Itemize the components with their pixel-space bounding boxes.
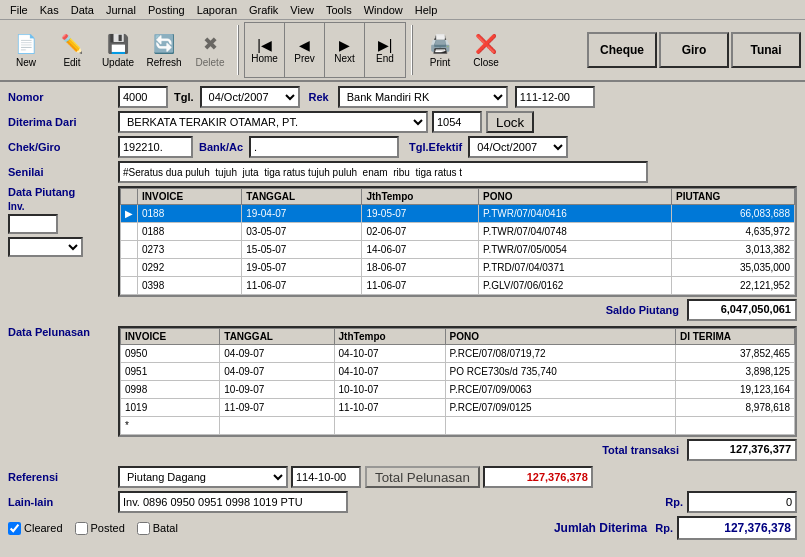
update-button[interactable]: 💾 Update (96, 23, 140, 77)
diterima-cell: 19,123,164 (675, 381, 794, 399)
lain-label: Lain-lain (8, 496, 118, 508)
inv-label: Inv. (8, 201, 118, 212)
table-row[interactable]: 0188 03-05-07 02-06-07 P.TWR/07/04/0748 … (121, 223, 795, 241)
piutang-table-container: INVOICE TANGGAL JthTempo PONO PIUTANG ▶ … (118, 186, 797, 323)
piutang-cell: 4,635,972 (672, 223, 795, 241)
piutang-col-arrow (121, 189, 138, 205)
bank-ac-label: Bank/Ac (199, 141, 243, 153)
rek-label: Rek (309, 91, 329, 103)
referensi-select[interactable]: Piutang Dagang (118, 466, 288, 488)
print-icon: 🖨️ (429, 33, 451, 55)
menu-file[interactable]: File (4, 2, 34, 18)
tgl-select[interactable]: 04/Oct/2007 (200, 86, 300, 108)
tunai-button[interactable]: Tunai (731, 32, 801, 68)
total-transaksi-row: Total transaksi 127,376,377 (118, 437, 797, 463)
arrow-cell (121, 223, 138, 241)
invoice-cell: 0188 (138, 223, 242, 241)
new-button[interactable]: 📄 New (4, 23, 48, 77)
table-row[interactable]: 0998 10-09-07 10-10-07 P.RCE/07/09/0063 … (121, 381, 795, 399)
table-row-empty: * (121, 417, 795, 435)
pelunasan-table-wrapper: INVOICE TANGGAL JthTempo PONO DI TERIMA … (118, 326, 797, 437)
close-button[interactable]: ❌ Close (464, 23, 508, 77)
cheque-button[interactable]: Cheque (587, 32, 657, 68)
menu-help[interactable]: Help (409, 2, 444, 18)
table-row[interactable]: 0292 19-05-07 18-06-07 P.TRD/07/04/0371 … (121, 259, 795, 277)
pelunasan-table-container: INVOICE TANGGAL JthTempo PONO DI TERIMA … (118, 326, 797, 463)
jumlah-value[interactable] (677, 516, 797, 540)
inv-input[interactable] (8, 214, 58, 234)
menu-tools[interactable]: Tools (320, 2, 358, 18)
saldo-row: Saldo Piutang 6,047,050,061 (118, 297, 797, 323)
total-transaksi-label: Total transaksi (594, 442, 687, 458)
pel-col-diterima: DI TERIMA (675, 329, 794, 345)
inv-filter-select[interactable] (8, 237, 83, 257)
menu-posting[interactable]: Posting (142, 2, 191, 18)
nav-group: |◀ Home ◀ Prev ▶ Next ▶| End (244, 22, 406, 78)
account-code[interactable] (515, 86, 595, 108)
jumlah-rp-label: Rp. (655, 522, 673, 534)
menu-kas[interactable]: Kas (34, 2, 65, 18)
table-row[interactable]: 0398 11-06-07 11-06-07 P.GLV/07/06/0162 … (121, 277, 795, 295)
diterima-select[interactable]: BERKATA TERAKIR OTAMAR, PT. (118, 111, 428, 133)
diterima-cell: 37,852,465 (675, 345, 794, 363)
refresh-button[interactable]: 🔄 Refresh (142, 23, 186, 77)
tgl-efektif-select[interactable]: 04/Oct/2007 (468, 136, 568, 158)
chek-giro-input[interactable] (118, 136, 193, 158)
nomor-row: Nomor Tgl. 04/Oct/2007 Rek Bank Mandiri … (8, 86, 797, 108)
menu-jurnal[interactable]: Jurnal (100, 2, 142, 18)
nomor-input[interactable] (118, 86, 168, 108)
table-row[interactable]: 0273 15-05-07 14-06-07 P.TWR/07/05/0054 … (121, 241, 795, 259)
total-transaksi-value: 127,376,377 (687, 439, 797, 461)
invoice-cell: 0292 (138, 259, 242, 277)
posted-checkbox[interactable] (75, 522, 88, 535)
nomor-label: Nomor (8, 91, 118, 103)
lain-amount[interactable] (687, 491, 797, 513)
batal-checkbox[interactable] (137, 522, 150, 535)
table-row[interactable]: ▶ 0188 19-04-07 19-05-07 P.TWR/07/04/041… (121, 205, 795, 223)
pel-col-invoice: INVOICE (121, 329, 220, 345)
arrow-cell (121, 277, 138, 295)
giro-button[interactable]: Giro (659, 32, 729, 68)
tanggal-cell: 04-09-07 (220, 345, 334, 363)
menu-laporan[interactable]: Laporan (191, 2, 243, 18)
diterima-cell: 8,978,618 (675, 399, 794, 417)
next-button[interactable]: ▶ Next (325, 23, 365, 77)
pelunasan-table: INVOICE TANGGAL JthTempo PONO DI TERIMA … (120, 328, 795, 435)
print-button[interactable]: 🖨️ Print (418, 23, 462, 77)
lain-input[interactable] (118, 491, 348, 513)
total-pelunasan-button[interactable]: Total Pelunasan (365, 466, 480, 488)
table-row[interactable]: 1019 11-09-07 11-10-07 P.RCE/07/09/0125 … (121, 399, 795, 417)
senilai-input[interactable] (118, 161, 648, 183)
prev-button[interactable]: ◀ Prev (285, 23, 325, 77)
edit-button[interactable]: ✏️ Edit (50, 23, 94, 77)
prev-icon: ◀ (299, 37, 310, 53)
tgl-label: Tgl. (174, 91, 194, 103)
data-piutang-label: Data Piutang (8, 186, 118, 198)
home-button[interactable]: |◀ Home (245, 23, 285, 77)
cleared-checkbox[interactable] (8, 522, 21, 535)
tgl-efektif-label: Tgl.Efektif (405, 139, 466, 155)
menu-window[interactable]: Window (358, 2, 409, 18)
table-row[interactable]: 0950 04-09-07 04-10-07 P.RCE/07/08/0719,… (121, 345, 795, 363)
posted-checkbox-item: Posted (75, 522, 125, 535)
table-row[interactable]: 0951 04-09-07 04-10-07 PO RCE730s/d 735,… (121, 363, 795, 381)
delete-button[interactable]: ✖ Delete (188, 23, 232, 77)
bank-ac-input[interactable] (249, 136, 399, 158)
rek-select[interactable]: Bank Mandiri RK (338, 86, 508, 108)
lock-button[interactable]: Lock (486, 111, 534, 133)
menu-grafik[interactable]: Grafik (243, 2, 284, 18)
rp-label: Rp. (665, 496, 683, 508)
diterima-code[interactable] (432, 111, 482, 133)
menu-data[interactable]: Data (65, 2, 100, 18)
end-button[interactable]: ▶| End (365, 23, 405, 77)
referensi-label: Referensi (8, 471, 118, 483)
referensi-code[interactable] (291, 466, 361, 488)
tanggal-cell: 11-06-07 (242, 277, 362, 295)
toolbar-separator-2 (411, 25, 413, 75)
menu-view[interactable]: View (284, 2, 320, 18)
piutang-col-jthtempo: JthTempo (362, 189, 479, 205)
update-icon: 💾 (107, 33, 129, 55)
piutang-col-invoice: INVOICE (138, 189, 242, 205)
total-pelunasan-value[interactable] (483, 466, 593, 488)
delete-icon: ✖ (203, 33, 218, 55)
